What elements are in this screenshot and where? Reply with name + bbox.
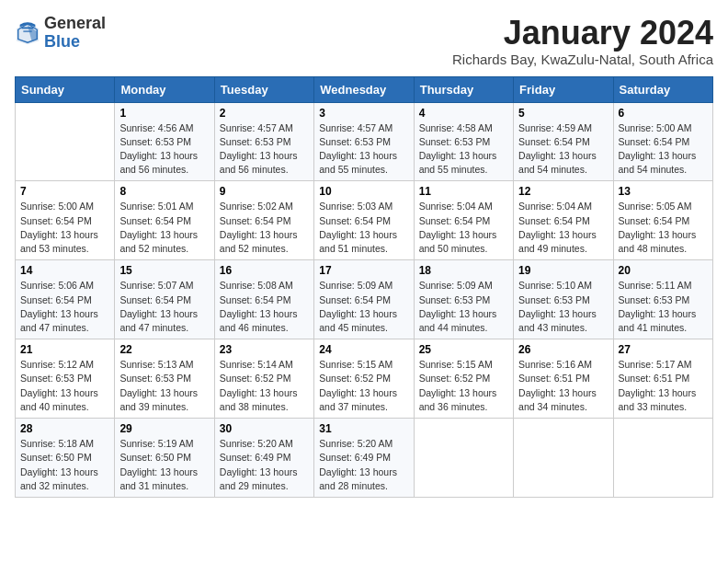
- sunrise-text: Sunrise: 5:10 AM: [518, 280, 592, 291]
- day-number: 26: [518, 343, 608, 356]
- day-info: Sunrise: 5:06 AMSunset: 6:54 PMDaylight:…: [20, 279, 109, 335]
- day-info: Sunrise: 5:09 AMSunset: 6:53 PMDaylight:…: [419, 279, 508, 335]
- sunrise-text: Sunrise: 5:09 AM: [319, 280, 392, 291]
- location-subtitle: Richards Bay, KwaZulu-Natal, South Afric…: [452, 52, 713, 67]
- daylight-text: Daylight: 13 hours and 38 minutes.: [220, 387, 298, 412]
- daylight-text: Daylight: 13 hours and 37 minutes.: [319, 387, 397, 412]
- sunrise-text: Sunrise: 4:57 AM: [319, 122, 392, 133]
- day-info: Sunrise: 5:01 AMSunset: 6:54 PMDaylight:…: [119, 200, 209, 256]
- day-info: Sunrise: 5:19 AMSunset: 6:50 PMDaylight:…: [119, 437, 209, 493]
- calendar-cell: 13Sunrise: 5:05 AMSunset: 6:54 PMDayligh…: [613, 181, 712, 260]
- calendar-cell: 28Sunrise: 5:18 AMSunset: 6:50 PMDayligh…: [16, 419, 115, 498]
- day-info: Sunrise: 4:58 AMSunset: 6:53 PMDaylight:…: [419, 121, 508, 178]
- calendar-cell: 10Sunrise: 5:03 AMSunset: 6:54 PMDayligh…: [314, 181, 414, 260]
- sunrise-text: Sunrise: 5:06 AM: [20, 280, 94, 291]
- daylight-text: Daylight: 13 hours and 48 minutes.: [619, 229, 697, 254]
- calendar-cell: [414, 419, 513, 498]
- sunrise-text: Sunrise: 5:08 AM: [220, 280, 293, 291]
- calendar-cell: [613, 419, 712, 498]
- calendar-cell: 26Sunrise: 5:16 AMSunset: 6:51 PMDayligh…: [514, 339, 613, 419]
- day-info: Sunrise: 5:08 AMSunset: 6:54 PMDaylight:…: [220, 279, 309, 335]
- sunrise-text: Sunrise: 5:15 AM: [419, 359, 493, 370]
- sunrise-text: Sunrise: 5:20 AM: [220, 438, 293, 449]
- sunset-text: Sunset: 6:54 PM: [119, 215, 191, 226]
- day-info: Sunrise: 5:15 AMSunset: 6:52 PMDaylight:…: [319, 358, 408, 414]
- calendar-cell: 1Sunrise: 4:56 AMSunset: 6:53 PMDaylight…: [115, 102, 214, 181]
- day-number: 7: [20, 185, 109, 198]
- day-number: 15: [119, 264, 209, 277]
- sunset-text: Sunset: 6:54 PM: [419, 215, 491, 226]
- sunset-text: Sunset: 6:50 PM: [119, 452, 191, 463]
- calendar-cell: 16Sunrise: 5:08 AMSunset: 6:54 PMDayligh…: [214, 260, 313, 339]
- sunset-text: Sunset: 6:52 PM: [319, 373, 391, 384]
- calendar-cell: 24Sunrise: 5:15 AMSunset: 6:52 PMDayligh…: [314, 339, 414, 419]
- day-number: 6: [619, 107, 708, 120]
- daylight-text: Daylight: 13 hours and 55 minutes.: [319, 150, 397, 175]
- daylight-text: Daylight: 13 hours and 51 minutes.: [319, 229, 397, 254]
- sunset-text: Sunset: 6:54 PM: [619, 136, 690, 147]
- calendar-week-row: 28Sunrise: 5:18 AMSunset: 6:50 PMDayligh…: [16, 419, 713, 498]
- day-info: Sunrise: 4:56 AMSunset: 6:53 PMDaylight:…: [119, 121, 209, 178]
- sunrise-text: Sunrise: 5:12 AM: [20, 359, 94, 370]
- daylight-text: Daylight: 13 hours and 54 minutes.: [518, 150, 597, 175]
- sunset-text: Sunset: 6:54 PM: [220, 294, 291, 305]
- sunrise-text: Sunrise: 5:04 AM: [419, 201, 493, 212]
- sunset-text: Sunset: 6:53 PM: [20, 373, 92, 384]
- daylight-text: Daylight: 13 hours and 32 minutes.: [20, 466, 98, 491]
- day-number: 25: [419, 343, 508, 356]
- sunset-text: Sunset: 6:54 PM: [119, 294, 191, 305]
- sunrise-text: Sunrise: 5:15 AM: [319, 359, 392, 370]
- daylight-text: Daylight: 13 hours and 28 minutes.: [319, 466, 397, 491]
- day-info: Sunrise: 5:05 AMSunset: 6:54 PMDaylight:…: [619, 200, 708, 256]
- daylight-text: Daylight: 13 hours and 54 minutes.: [619, 150, 697, 175]
- daylight-text: Daylight: 13 hours and 36 minutes.: [419, 387, 497, 412]
- sunrise-text: Sunrise: 5:20 AM: [319, 438, 392, 449]
- logo-icon: [15, 20, 40, 46]
- weekday-header-row: SundayMondayTuesdayWednesdayThursdayFrid…: [16, 76, 713, 102]
- day-info: Sunrise: 5:00 AMSunset: 6:54 PMDaylight:…: [20, 200, 109, 256]
- day-number: 9: [220, 185, 309, 198]
- daylight-text: Daylight: 13 hours and 45 minutes.: [319, 308, 397, 333]
- calendar-cell: 8Sunrise: 5:01 AMSunset: 6:54 PMDaylight…: [115, 181, 214, 260]
- sunrise-text: Sunrise: 4:56 AM: [119, 122, 193, 133]
- sunset-text: Sunset: 6:54 PM: [319, 294, 391, 305]
- sunset-text: Sunset: 6:53 PM: [220, 136, 291, 147]
- calendar-week-row: 1Sunrise: 4:56 AMSunset: 6:53 PMDaylight…: [16, 102, 713, 181]
- calendar-cell: 14Sunrise: 5:06 AMSunset: 6:54 PMDayligh…: [16, 260, 115, 339]
- daylight-text: Daylight: 13 hours and 56 minutes.: [119, 150, 198, 175]
- weekday-header-thursday: Thursday: [414, 76, 513, 102]
- weekday-header-saturday: Saturday: [613, 76, 712, 102]
- day-number: 1: [119, 107, 209, 120]
- calendar-cell: 12Sunrise: 5:04 AMSunset: 6:54 PMDayligh…: [514, 181, 613, 260]
- sunrise-text: Sunrise: 5:14 AM: [220, 359, 293, 370]
- calendar-cell: 21Sunrise: 5:12 AMSunset: 6:53 PMDayligh…: [16, 339, 115, 419]
- daylight-text: Daylight: 13 hours and 52 minutes.: [119, 229, 198, 254]
- daylight-text: Daylight: 13 hours and 31 minutes.: [119, 466, 198, 491]
- calendar-cell: 6Sunrise: 5:00 AMSunset: 6:54 PMDaylight…: [613, 102, 712, 181]
- calendar-cell: 29Sunrise: 5:19 AMSunset: 6:50 PMDayligh…: [115, 419, 214, 498]
- sunset-text: Sunset: 6:53 PM: [419, 136, 491, 147]
- calendar-cell: 18Sunrise: 5:09 AMSunset: 6:53 PMDayligh…: [414, 260, 513, 339]
- daylight-text: Daylight: 13 hours and 39 minutes.: [119, 387, 198, 412]
- day-info: Sunrise: 5:17 AMSunset: 6:51 PMDaylight:…: [619, 358, 708, 414]
- sunrise-text: Sunrise: 4:59 AM: [518, 122, 592, 133]
- day-number: 18: [419, 264, 508, 277]
- calendar-cell: 20Sunrise: 5:11 AMSunset: 6:53 PMDayligh…: [613, 260, 712, 339]
- daylight-text: Daylight: 13 hours and 40 minutes.: [20, 387, 98, 412]
- day-number: 28: [20, 422, 109, 435]
- day-info: Sunrise: 5:02 AMSunset: 6:54 PMDaylight:…: [220, 200, 309, 256]
- sunset-text: Sunset: 6:53 PM: [319, 136, 391, 147]
- day-info: Sunrise: 5:00 AMSunset: 6:54 PMDaylight:…: [619, 121, 708, 178]
- weekday-header-friday: Friday: [514, 76, 613, 102]
- calendar-cell: 3Sunrise: 4:57 AMSunset: 6:53 PMDaylight…: [314, 102, 414, 181]
- day-info: Sunrise: 4:57 AMSunset: 6:53 PMDaylight:…: [220, 121, 309, 178]
- daylight-text: Daylight: 13 hours and 55 minutes.: [419, 150, 497, 175]
- day-info: Sunrise: 5:14 AMSunset: 6:52 PMDaylight:…: [220, 358, 309, 414]
- sunrise-text: Sunrise: 5:09 AM: [419, 280, 493, 291]
- day-info: Sunrise: 5:13 AMSunset: 6:53 PMDaylight:…: [119, 358, 209, 414]
- day-number: 31: [319, 422, 408, 435]
- sunrise-text: Sunrise: 5:16 AM: [518, 359, 592, 370]
- calendar-cell: 23Sunrise: 5:14 AMSunset: 6:52 PMDayligh…: [214, 339, 313, 419]
- day-info: Sunrise: 5:12 AMSunset: 6:53 PMDaylight:…: [20, 358, 109, 414]
- sunset-text: Sunset: 6:54 PM: [20, 294, 92, 305]
